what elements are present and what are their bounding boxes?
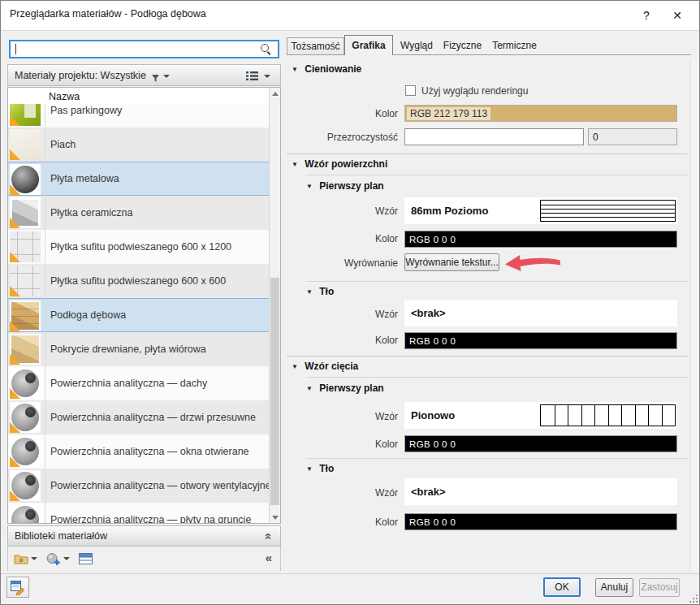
collapse-panel-icon[interactable]: « [266, 551, 272, 565]
view-menu-caret-icon[interactable] [264, 75, 270, 78]
material-list-item[interactable]: Płytka sufitu podwieszanego 600 x 1200 [8, 230, 269, 264]
help-button[interactable]: ? [634, 5, 659, 26]
material-name: Powierzchnia analityczna — okna otwieran… [50, 446, 249, 457]
transparency-value[interactable]: 0 [588, 128, 677, 145]
scrollbar-thumb[interactable] [270, 278, 279, 505]
material-list-item[interactable]: Powierzchnia analityczna — drzwi przesuw… [8, 400, 269, 434]
view-menu-icon[interactable] [245, 70, 259, 84]
separator [306, 175, 688, 175]
material-list-item[interactable]: Płytka sufitu podwieszanego 600 x 600 [8, 264, 269, 298]
section-surface-pattern[interactable]: ▼ Wzór powierzchni [292, 158, 387, 170]
apply-button[interactable]: Zastosuj [639, 578, 680, 597]
collapse-triangle-icon: ▼ [306, 465, 313, 473]
material-thumbnail [10, 436, 41, 467]
warning-badge-icon [10, 149, 20, 160]
shading-color-value: RGB 212 179 113 [407, 107, 490, 120]
warning-badge-icon [10, 286, 20, 296]
surface-bg-pattern-label: Wzór [287, 309, 398, 320]
subsection-cut-background[interactable]: ▼ Tło [306, 463, 334, 474]
surface-fg-color-swatch[interactable]: RGB 0 0 0 [404, 231, 677, 248]
use-render-appearance-checkbox[interactable] [405, 85, 416, 96]
search-box[interactable] [9, 40, 279, 58]
list-column-header-name[interactable]: Nazwa [8, 88, 269, 104]
create-material-button[interactable] [44, 549, 72, 568]
folder-icon [14, 553, 28, 564]
material-list-item[interactable]: Płytka ceramiczna [8, 196, 269, 230]
expand-panel-icon[interactable]: « [266, 529, 272, 544]
project-materials-filter-bar[interactable]: Materiały projektu: Wszystkie [7, 64, 281, 86]
shading-color-swatch[interactable]: RGB 212 179 113 [404, 105, 677, 122]
material-libraries-label: Biblioteki materiałów [15, 530, 107, 542]
pattern-preview-vertical [540, 404, 676, 426]
search-input[interactable] [12, 43, 259, 55]
scroll-down-icon[interactable] [270, 512, 280, 523]
material-thumbnail [10, 164, 41, 195]
material-name: Płytka ceramiczna [50, 207, 132, 218]
surface-bg-pattern-value: <brak> [411, 307, 446, 319]
separator [287, 153, 688, 154]
tab-termiczne[interactable]: Termiczne [489, 37, 540, 54]
tab-tozsamosc[interactable]: Tożsamość [287, 37, 344, 54]
material-list-item[interactable]: Powierzchnia analityczna — dachy [8, 366, 269, 400]
cut-bg-color-swatch[interactable]: RGB 0 0 0 [404, 513, 677, 530]
close-button[interactable]: ✕ [665, 5, 689, 26]
warning-badge-icon [10, 490, 20, 501]
tab-grafika[interactable]: Grafika [344, 35, 393, 55]
surface-bg-color-swatch[interactable]: RGB 0 0 0 [404, 332, 677, 349]
tab-fizyczne[interactable]: Fizyczne [440, 37, 485, 54]
material-list-item[interactable]: Powierzchnia analityczna — otwory wentyl… [8, 469, 269, 503]
add-material-icon [46, 552, 61, 566]
material-thumbnail [10, 334, 41, 365]
material-thumbnail [10, 504, 41, 523]
subsection-background-title: Tło [319, 286, 334, 297]
material-name: Powierzchnia analityczna — drzwi przesuw… [50, 412, 256, 423]
open-library-caret-icon [31, 557, 37, 560]
resize-grip[interactable] [689, 594, 698, 603]
material-list-item[interactable]: Podłoga dębowa [8, 298, 269, 332]
filter-caret-icon[interactable] [163, 75, 170, 78]
material-list-item[interactable]: Pokrycie drewniane, płyta wiórowa [8, 332, 269, 366]
subsection-cut-foreground[interactable]: ▼ Pierwszy plan [306, 382, 384, 394]
scroll-up-icon[interactable] [270, 88, 280, 99]
warning-badge-icon [10, 354, 20, 365]
warning-badge-icon [10, 115, 20, 126]
material-name: Piach [50, 139, 76, 150]
material-list-item[interactable]: Piach [8, 127, 269, 162]
section-shading[interactable]: ▼ Cieniowanie [292, 63, 361, 75]
library-panel-icon [79, 553, 93, 564]
properties-scrollbar[interactable] [690, 59, 699, 571]
section-cut-pattern[interactable]: ▼ Wzór cięcia [292, 361, 358, 372]
cut-fg-color-swatch[interactable]: RGB 0 0 0 [404, 435, 677, 452]
material-list-item[interactable]: Powierzchnia analityczna — okna otwieran… [8, 434, 269, 469]
collapse-triangle-icon: ▼ [292, 363, 298, 370]
tab-wyglad[interactable]: Wygląd [396, 37, 437, 54]
open-library-button[interactable] [11, 549, 40, 568]
cancel-button[interactable]: Anuluj [595, 578, 633, 597]
material-list-item[interactable]: Pas parkingowy [8, 104, 269, 127]
material-list-item[interactable]: Powierzchnia analityczna — płyty na grun… [8, 503, 269, 523]
cut-fg-pattern-value: Pionowo [411, 409, 455, 421]
material-list-item[interactable]: Płyta metalowa [8, 162, 269, 196]
material-thumbnail [10, 231, 41, 262]
texture-alignment-button[interactable]: Wyrównanie tekstur... [404, 253, 499, 271]
subsection-foreground[interactable]: ▼ Pierwszy plan [306, 180, 384, 192]
cut-bg-pattern-value: <brak> [411, 486, 446, 498]
pattern-preview-horizontal [540, 200, 676, 222]
footer-divider [1, 573, 699, 574]
library-panel-button[interactable] [76, 549, 95, 568]
transparency-slider-field[interactable] [404, 128, 584, 145]
cut-fg-pattern-label: Wzór [287, 411, 398, 422]
alignment-label: Wyrównanie [287, 257, 398, 269]
material-thumbnail [10, 402, 41, 433]
title-bar[interactable]: Przeglądarka materiałów - Podłoga dębowa… [1, 1, 699, 31]
material-thumbnail [10, 197, 41, 228]
material-libraries-bar[interactable]: Biblioteki materiałów « [7, 525, 281, 547]
ok-button[interactable]: OK [543, 577, 581, 597]
edit-status-button[interactable] [6, 577, 29, 598]
list-scrollbar[interactable] [269, 88, 280, 523]
cut-bg-pattern-field[interactable]: <brak> [404, 478, 677, 505]
filter-icon[interactable] [151, 71, 160, 86]
material-name: Płyta metalowa [50, 173, 119, 184]
subsection-background[interactable]: ▼ Tło [306, 286, 334, 297]
surface-bg-pattern-field[interactable]: <brak> [404, 300, 677, 326]
